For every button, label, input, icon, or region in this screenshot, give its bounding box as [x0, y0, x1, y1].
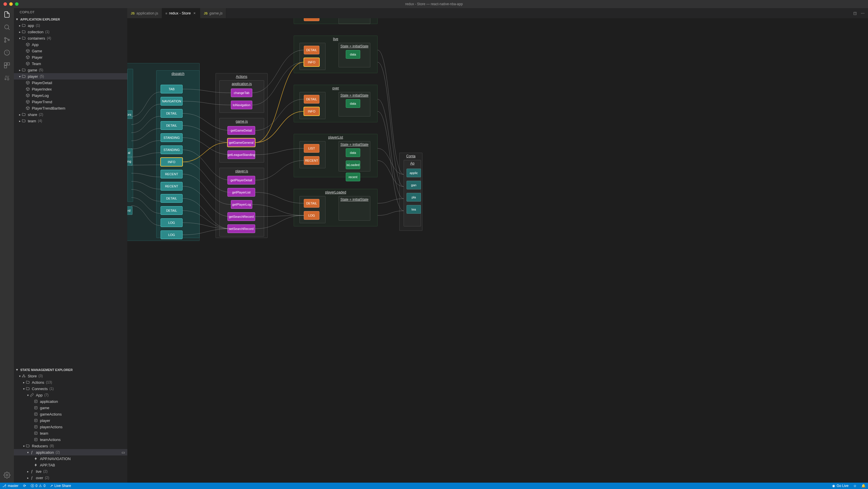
- graph-node[interactable]: ors: [127, 110, 132, 119]
- graph-node[interactable]: DETAIL: [161, 194, 183, 203]
- tree-item[interactable]: ▾Store(3): [14, 373, 127, 379]
- close-tab-icon[interactable]: ×: [192, 11, 196, 15]
- graph-node[interactable]: STANDING: [161, 145, 183, 154]
- tree-item[interactable]: ▸Actions(13): [14, 379, 127, 386]
- tree-item[interactable]: ▾containers(4): [14, 35, 127, 41]
- tree-item[interactable]: ▾Connects(1): [14, 386, 127, 392]
- extensions-icon[interactable]: [3, 61, 11, 69]
- tree-item[interactable]: PlayerTrendBarItem: [14, 105, 127, 111]
- window-maximize-button[interactable]: [15, 2, 19, 6]
- tree-item[interactable]: ▸app(1): [14, 22, 127, 29]
- problems-indicator[interactable]: ⓧ0⚠0: [28, 483, 48, 489]
- tree-item[interactable]: Player: [14, 54, 127, 60]
- sync-button[interactable]: ⟳: [21, 483, 28, 489]
- graph-node[interactable]: getSearchRecord: [227, 212, 255, 221]
- tree-item[interactable]: ▾App(7): [14, 392, 127, 398]
- graph-node[interactable]: INFO: [304, 107, 319, 116]
- graph-node[interactable]: LOG: [161, 218, 183, 227]
- graph-node[interactable]: RECENT: [161, 182, 183, 191]
- tree-item[interactable]: Team: [14, 60, 127, 67]
- graph-node[interactable]: DETAIL: [304, 199, 319, 208]
- graph-node[interactable]: gan: [406, 181, 421, 189]
- graph-node[interactable]: RECENT: [304, 156, 319, 165]
- editor-tab[interactable]: JSapplication.js: [127, 8, 162, 18]
- branch-indicator[interactable]: ⎇master: [0, 483, 21, 489]
- notifications-button[interactable]: 🔔: [859, 484, 868, 488]
- tree-item[interactable]: ▸flive(2): [14, 468, 127, 475]
- graph-node[interactable]: DETAIL: [304, 46, 319, 54]
- preview-icon[interactable]: ▭: [122, 450, 125, 455]
- graph-node[interactable]: toNavigation: [231, 101, 252, 109]
- graph-node[interactable]: getPlayerDetail: [227, 176, 255, 185]
- tree-item[interactable]: APP.NAVIGATION: [14, 455, 127, 462]
- tree-item[interactable]: ▸team(4): [14, 118, 127, 124]
- graph-node[interactable]: isLoaded: [346, 161, 360, 169]
- graph-node[interactable]: data: [346, 50, 360, 59]
- tree-item[interactable]: ▸collection(1): [14, 29, 127, 35]
- graph-node[interactable]: DETAIL: [304, 95, 319, 103]
- tree-item[interactable]: ▸share(2): [14, 111, 127, 118]
- search-icon[interactable]: [3, 23, 11, 31]
- graph-node[interactable]: INFO: [304, 58, 319, 66]
- graph-node[interactable]: [304, 18, 319, 21]
- tree-item[interactable]: ▾player(5): [14, 73, 127, 79]
- live-share-button[interactable]: ↗Live Share: [48, 483, 73, 489]
- graph-node[interactable]: getGameDetail: [227, 126, 255, 135]
- tree-item[interactable]: teamActions: [14, 436, 127, 443]
- tree-item[interactable]: ▾Reducers(8): [14, 443, 127, 449]
- graph-node[interactable]: TAB: [161, 85, 183, 93]
- editor-tab[interactable]: JSgame.js: [200, 8, 226, 18]
- graph-node[interactable]: getPlayerLog: [231, 200, 252, 209]
- graph-node[interactable]: NAVIGATION: [161, 97, 183, 105]
- graph-node[interactable]: LIST: [304, 144, 319, 153]
- graph-node[interactable]: applic: [406, 169, 421, 177]
- tree-item[interactable]: game: [14, 404, 127, 411]
- debug-icon[interactable]: [3, 48, 11, 57]
- tree-item[interactable]: APP.TAB: [14, 462, 127, 468]
- graph-node[interactable]: getLeagueStanding: [227, 151, 255, 159]
- more-actions-icon[interactable]: ⋯: [861, 11, 865, 15]
- graph-viewport[interactable]: orsalingrddispatchTABNAVIGATIONDETAILDET…: [127, 18, 868, 483]
- graph-node[interactable]: data: [346, 99, 360, 108]
- tree-item[interactable]: ▸fover(2): [14, 475, 127, 481]
- copilot-extra-icon[interactable]: ⋀⋁✻@: [3, 74, 11, 82]
- graph-node[interactable]: LOG: [161, 230, 183, 239]
- graph-node[interactable]: ing: [127, 157, 132, 166]
- tree-item[interactable]: PlayerIndex: [14, 86, 127, 92]
- graph-node[interactable]: LOG: [304, 211, 319, 220]
- graph-node[interactable]: getPlayerList: [227, 188, 255, 197]
- window-close-button[interactable]: [3, 2, 7, 6]
- tree-item[interactable]: PlayerTrend: [14, 99, 127, 105]
- source-control-icon[interactable]: [3, 36, 11, 44]
- graph-node[interactable]: al: [127, 148, 132, 157]
- graph-node[interactable]: getGameGeneral: [227, 138, 255, 147]
- go-live-button[interactable]: ◉Go Live: [830, 484, 850, 488]
- tree-item[interactable]: team: [14, 430, 127, 436]
- graph-node[interactable]: DETAIL: [161, 109, 183, 118]
- tree-item[interactable]: application: [14, 398, 127, 404]
- graph-node[interactable]: data: [346, 148, 360, 157]
- graph-node[interactable]: recent: [346, 173, 360, 181]
- graph-node[interactable]: rd: [127, 206, 132, 215]
- tree-item[interactable]: PlayerDetail: [14, 79, 127, 86]
- graph-node[interactable]: DETAIL: [161, 121, 183, 130]
- tree-item[interactable]: Game: [14, 48, 127, 54]
- split-editor-icon[interactable]: ◫: [853, 11, 857, 15]
- graph-node[interactable]: changeTab: [231, 89, 252, 97]
- tree-item[interactable]: ▾fapplication(2)▭: [14, 449, 127, 455]
- graph-node[interactable]: DETAIL: [161, 206, 183, 215]
- app-explorer-header[interactable]: ▾APPLICATION EXPLORER: [14, 16, 127, 22]
- window-minimize-button[interactable]: [9, 2, 13, 6]
- tree-item[interactable]: PlayerLog: [14, 92, 127, 99]
- feedback-button[interactable]: ☺: [851, 484, 859, 488]
- graph-node[interactable]: tea: [406, 205, 421, 214]
- state-explorer-header[interactable]: ▾STATE MANAGEMENT EXPLORER: [14, 367, 127, 373]
- graph-node[interactable]: INFO: [161, 158, 183, 166]
- tree-item[interactable]: playerActions: [14, 424, 127, 430]
- settings-gear-icon[interactable]: [3, 471, 11, 479]
- graph-node[interactable]: RECENT: [161, 170, 183, 178]
- graph-node[interactable]: pla: [406, 193, 421, 201]
- tree-item[interactable]: App: [14, 41, 127, 48]
- tree-item[interactable]: gameActions: [14, 411, 127, 417]
- tree-item[interactable]: ▸game(5): [14, 67, 127, 73]
